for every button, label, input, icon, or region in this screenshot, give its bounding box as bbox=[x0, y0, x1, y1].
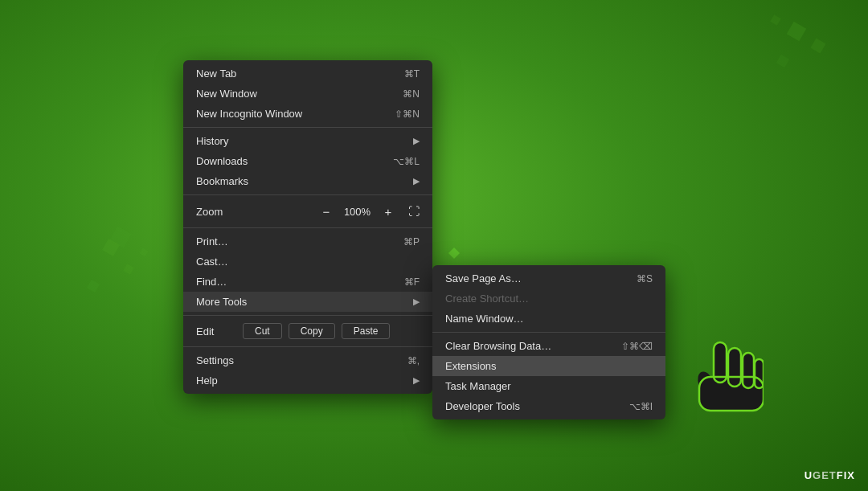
watermark: UGETFIX bbox=[805, 469, 855, 481]
submenu-separator-1 bbox=[432, 332, 665, 333]
submenu-item-create-shortcut: Create Shortcut… bbox=[432, 288, 665, 309]
submenu-item-name-window[interactable]: Name Window… bbox=[432, 309, 665, 329]
zoom-percent: 100% bbox=[343, 206, 371, 218]
menu-item-help[interactable]: Help ▶ bbox=[183, 370, 432, 391]
menu-item-settings[interactable]: Settings ⌘, bbox=[183, 350, 432, 370]
main-context-menu: New Tab ⌘T New Window ⌘N New Incognito W… bbox=[183, 60, 432, 394]
separator-2 bbox=[183, 194, 432, 195]
menu-item-print[interactable]: Print… ⌘P bbox=[183, 231, 432, 252]
menu-item-new-tab[interactable]: New Tab ⌘T bbox=[183, 63, 432, 84]
menu-item-downloads[interactable]: Downloads ⌥⌘L bbox=[183, 151, 432, 171]
menu-item-history[interactable]: History ▶ bbox=[183, 131, 432, 151]
separator-1 bbox=[183, 127, 432, 128]
menu-item-zoom: Zoom − 100% + ⛶ bbox=[183, 198, 432, 224]
submenu-item-save-page[interactable]: Save Page As… ⌘S bbox=[432, 268, 665, 288]
fullscreen-button[interactable]: ⛶ bbox=[408, 205, 420, 218]
zoom-in-button[interactable]: + bbox=[379, 203, 397, 220]
separator-3 bbox=[183, 227, 432, 228]
menu-item-edit: Edit Cut Copy Paste bbox=[183, 319, 432, 343]
submenu-item-extensions[interactable]: Extensions bbox=[432, 356, 665, 376]
menu-item-find[interactable]: Find… ⌘F bbox=[183, 272, 432, 292]
submenu-more-tools: Save Page As… ⌘S Create Shortcut… Name W… bbox=[432, 265, 665, 419]
separator-5 bbox=[183, 346, 432, 347]
zoom-out-button[interactable]: − bbox=[317, 203, 335, 220]
submenu-item-clear-browsing[interactable]: Clear Browsing Data… ⇧⌘⌫ bbox=[432, 336, 665, 356]
menu-item-bookmarks[interactable]: Bookmarks ▶ bbox=[183, 171, 432, 191]
menu-item-cast[interactable]: Cast… bbox=[183, 252, 432, 272]
menu-item-new-window[interactable]: New Window ⌘N bbox=[183, 84, 432, 104]
menu-item-more-tools[interactable]: More Tools ▶ bbox=[183, 292, 432, 312]
copy-button[interactable]: Copy bbox=[289, 323, 335, 339]
menu-item-new-incognito[interactable]: New Incognito Window ⇧⌘N bbox=[183, 104, 432, 124]
paste-button[interactable]: Paste bbox=[342, 323, 391, 339]
cut-button[interactable]: Cut bbox=[243, 323, 282, 339]
separator-4 bbox=[183, 315, 432, 316]
submenu-item-developer-tools[interactable]: Developer Tools ⌥⌘I bbox=[432, 396, 665, 416]
submenu-item-task-manager[interactable]: Task Manager bbox=[432, 376, 665, 396]
